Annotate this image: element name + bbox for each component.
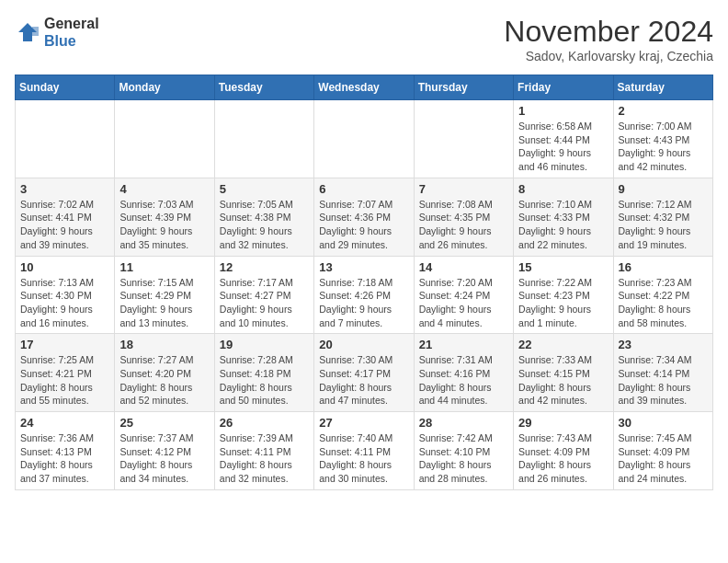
day-info: Sunrise: 7:34 AMSunset: 4:14 PMDaylight:…	[619, 353, 708, 408]
calendar-header-row: SundayMondayTuesdayWednesdayThursdayFrid…	[16, 75, 713, 100]
calendar-cell: 29Sunrise: 7:43 AMSunset: 4:09 PMDayligh…	[514, 412, 613, 490]
calendar-week-2: 3Sunrise: 7:02 AMSunset: 4:41 PMDaylight…	[16, 178, 713, 256]
calendar-cell: 14Sunrise: 7:20 AMSunset: 4:24 PMDayligh…	[414, 256, 513, 334]
day-info: Sunrise: 7:13 AMSunset: 4:30 PMDaylight:…	[20, 276, 109, 330]
day-number: 2	[619, 104, 708, 118]
day-number: 10	[20, 260, 109, 274]
day-number: 12	[220, 260, 309, 274]
day-info: Sunrise: 7:42 AMSunset: 4:10 PMDaylight:…	[419, 431, 508, 486]
day-number: 5	[220, 182, 309, 196]
calendar-cell: 5Sunrise: 7:05 AMSunset: 4:38 PMDaylight…	[214, 178, 313, 256]
day-number: 19	[220, 338, 309, 351]
calendar-cell: 19Sunrise: 7:28 AMSunset: 4:18 PMDayligh…	[214, 334, 313, 412]
day-number: 15	[518, 260, 608, 274]
calendar-cell: 22Sunrise: 7:33 AMSunset: 4:15 PMDayligh…	[514, 334, 613, 412]
day-number: 29	[518, 416, 608, 430]
day-number: 28	[419, 416, 508, 430]
calendar-cell	[314, 100, 414, 178]
calendar-cell: 24Sunrise: 7:36 AMSunset: 4:13 PMDayligh…	[16, 412, 115, 490]
day-info: Sunrise: 7:28 AMSunset: 4:18 PMDaylight:…	[220, 353, 309, 408]
day-number: 17	[20, 338, 109, 351]
month-title: November 2024	[504, 15, 713, 49]
day-number: 24	[20, 416, 109, 430]
logo-text: General Blue	[44, 15, 99, 50]
day-number: 22	[518, 338, 608, 351]
day-info: Sunrise: 7:25 AMSunset: 4:21 PMDaylight:…	[20, 353, 109, 408]
day-info: Sunrise: 7:33 AMSunset: 4:15 PMDaylight:…	[518, 353, 608, 408]
calendar-cell	[16, 100, 115, 178]
calendar-cell: 1Sunrise: 6:58 AMSunset: 4:44 PMDaylight…	[514, 100, 613, 178]
day-info: Sunrise: 6:58 AMSunset: 4:44 PMDaylight:…	[518, 120, 608, 174]
calendar-cell	[414, 100, 513, 178]
day-header-sunday: Sunday	[16, 75, 115, 100]
day-info: Sunrise: 7:07 AMSunset: 4:36 PMDaylight:…	[319, 198, 408, 252]
day-number: 6	[319, 182, 408, 196]
day-number: 9	[619, 182, 708, 196]
day-number: 4	[119, 182, 209, 196]
day-info: Sunrise: 7:03 AMSunset: 4:39 PMDaylight:…	[119, 198, 209, 252]
logo: General Blue	[15, 15, 99, 50]
day-info: Sunrise: 7:18 AMSunset: 4:26 PMDaylight:…	[319, 276, 408, 330]
day-header-wednesday: Wednesday	[314, 75, 414, 100]
calendar-cell: 6Sunrise: 7:07 AMSunset: 4:36 PMDaylight…	[314, 178, 414, 256]
calendar-cell: 12Sunrise: 7:17 AMSunset: 4:27 PMDayligh…	[214, 256, 313, 334]
calendar-week-1: 1Sunrise: 6:58 AMSunset: 4:44 PMDaylight…	[16, 100, 713, 178]
calendar-week-3: 10Sunrise: 7:13 AMSunset: 4:30 PMDayligh…	[16, 256, 713, 334]
logo-icon	[15, 19, 40, 45]
calendar-table: SundayMondayTuesdayWednesdayThursdayFrid…	[15, 75, 713, 490]
svg-marker-1	[32, 27, 39, 36]
calendar-cell	[115, 100, 214, 178]
day-number: 25	[119, 416, 209, 430]
calendar-cell: 9Sunrise: 7:12 AMSunset: 4:32 PMDaylight…	[613, 178, 712, 256]
day-number: 30	[619, 416, 708, 430]
day-info: Sunrise: 7:05 AMSunset: 4:38 PMDaylight:…	[220, 198, 309, 252]
day-info: Sunrise: 7:17 AMSunset: 4:27 PMDaylight:…	[220, 276, 309, 330]
day-info: Sunrise: 7:02 AMSunset: 4:41 PMDaylight:…	[20, 198, 109, 252]
day-info: Sunrise: 7:08 AMSunset: 4:35 PMDaylight:…	[419, 198, 508, 252]
day-number: 18	[119, 338, 209, 351]
calendar-cell: 28Sunrise: 7:42 AMSunset: 4:10 PMDayligh…	[414, 412, 513, 490]
calendar-cell: 10Sunrise: 7:13 AMSunset: 4:30 PMDayligh…	[16, 256, 115, 334]
page-header: General Blue November 2024 Sadov, Karlov…	[15, 15, 713, 63]
day-info: Sunrise: 7:10 AMSunset: 4:33 PMDaylight:…	[518, 198, 608, 252]
day-number: 16	[619, 260, 708, 274]
calendar-cell: 4Sunrise: 7:03 AMSunset: 4:39 PMDaylight…	[115, 178, 214, 256]
title-section: November 2024 Sadov, Karlovarsky kraj, C…	[504, 15, 713, 63]
calendar-cell: 2Sunrise: 7:00 AMSunset: 4:43 PMDaylight…	[613, 100, 712, 178]
calendar-cell	[214, 100, 313, 178]
calendar-cell: 17Sunrise: 7:25 AMSunset: 4:21 PMDayligh…	[16, 334, 115, 412]
day-number: 7	[419, 182, 508, 196]
day-header-saturday: Saturday	[613, 75, 712, 100]
calendar-cell: 13Sunrise: 7:18 AMSunset: 4:26 PMDayligh…	[314, 256, 414, 334]
calendar-week-5: 24Sunrise: 7:36 AMSunset: 4:13 PMDayligh…	[16, 412, 713, 490]
calendar-cell: 16Sunrise: 7:23 AMSunset: 4:22 PMDayligh…	[613, 256, 712, 334]
day-info: Sunrise: 7:00 AMSunset: 4:43 PMDaylight:…	[619, 120, 708, 174]
calendar-cell: 20Sunrise: 7:30 AMSunset: 4:17 PMDayligh…	[314, 334, 414, 412]
day-number: 26	[220, 416, 309, 430]
calendar-cell: 26Sunrise: 7:39 AMSunset: 4:11 PMDayligh…	[214, 412, 313, 490]
calendar-cell: 3Sunrise: 7:02 AMSunset: 4:41 PMDaylight…	[16, 178, 115, 256]
day-header-friday: Friday	[514, 75, 613, 100]
day-info: Sunrise: 7:31 AMSunset: 4:16 PMDaylight:…	[419, 353, 508, 408]
day-info: Sunrise: 7:22 AMSunset: 4:23 PMDaylight:…	[518, 276, 608, 330]
calendar-cell: 8Sunrise: 7:10 AMSunset: 4:33 PMDaylight…	[514, 178, 613, 256]
calendar-cell: 21Sunrise: 7:31 AMSunset: 4:16 PMDayligh…	[414, 334, 513, 412]
calendar-cell: 23Sunrise: 7:34 AMSunset: 4:14 PMDayligh…	[613, 334, 712, 412]
day-info: Sunrise: 7:20 AMSunset: 4:24 PMDaylight:…	[419, 276, 508, 330]
day-info: Sunrise: 7:23 AMSunset: 4:22 PMDaylight:…	[619, 276, 708, 330]
day-number: 1	[518, 104, 608, 118]
day-number: 13	[319, 260, 408, 274]
calendar-cell: 25Sunrise: 7:37 AMSunset: 4:12 PMDayligh…	[115, 412, 214, 490]
day-info: Sunrise: 7:43 AMSunset: 4:09 PMDaylight:…	[518, 431, 608, 486]
day-info: Sunrise: 7:40 AMSunset: 4:11 PMDaylight:…	[319, 431, 408, 486]
calendar-week-4: 17Sunrise: 7:25 AMSunset: 4:21 PMDayligh…	[16, 334, 713, 412]
day-number: 23	[619, 338, 708, 351]
day-info: Sunrise: 7:27 AMSunset: 4:20 PMDaylight:…	[119, 353, 209, 408]
day-info: Sunrise: 7:15 AMSunset: 4:29 PMDaylight:…	[119, 276, 209, 330]
day-header-tuesday: Tuesday	[214, 75, 313, 100]
calendar-cell: 30Sunrise: 7:45 AMSunset: 4:09 PMDayligh…	[613, 412, 712, 490]
day-number: 14	[419, 260, 508, 274]
day-number: 21	[419, 338, 508, 351]
day-info: Sunrise: 7:37 AMSunset: 4:12 PMDaylight:…	[119, 431, 209, 486]
day-info: Sunrise: 7:12 AMSunset: 4:32 PMDaylight:…	[619, 198, 708, 252]
